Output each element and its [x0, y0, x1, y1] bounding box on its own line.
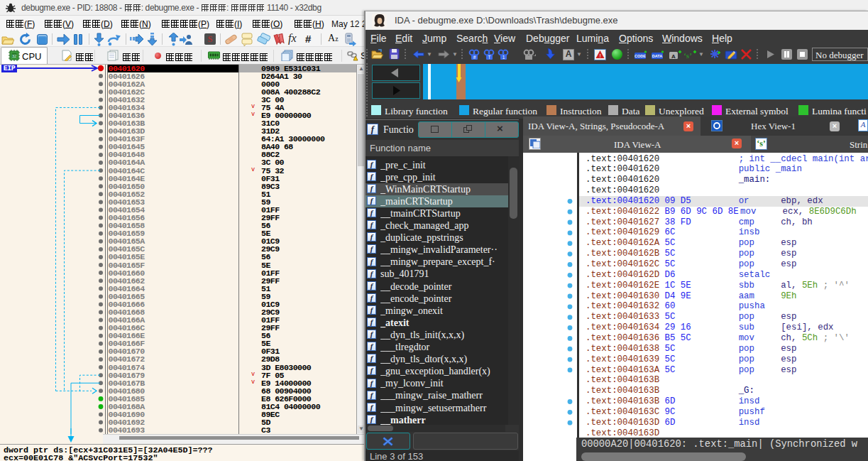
svg-text:!: ! [599, 53, 600, 59]
svg-text:#: # [473, 55, 476, 60]
svg-text:CODE: CODE [634, 54, 646, 58]
svg-text:‘s’: ‘s’ [683, 51, 692, 60]
svg-text:1: 1 [502, 55, 505, 60]
svg-text:A: A [671, 53, 676, 60]
svg-text:T: T [488, 55, 491, 60]
svg-text:DATA: DATA [652, 54, 662, 58]
